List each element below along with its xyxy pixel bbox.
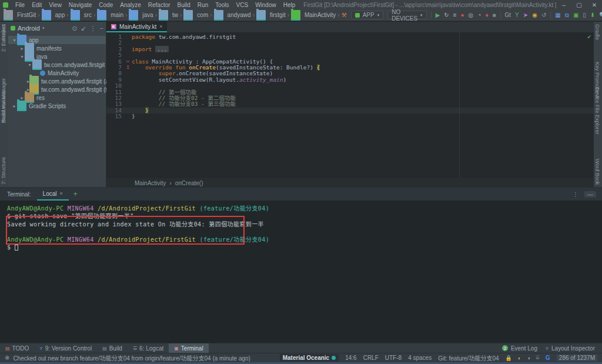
more-options-icon[interactable]: ⋮ (90, 25, 96, 32)
indent-widget[interactable]: 4 spaces (408, 355, 432, 361)
class-gutter-icon[interactable]: ‹› (124, 59, 132, 65)
breadcrumb-item-main[interactable]: main (97, 10, 123, 21)
lock-icon[interactable]: 🔒 (506, 355, 512, 361)
tree-item-mainactivity[interactable]: MainActivity (8, 69, 106, 77)
breadcrumb-item-java[interactable]: java (129, 10, 153, 21)
background-task-icon[interactable]: ❋ (5, 355, 9, 361)
menu-vcs[interactable]: VCS (233, 2, 252, 8)
tree-item-tw-com-andyawd-firstgit-androidtest-[interactable]: ▸tw.com.andyawd.firstgit (androidTest) (8, 77, 106, 85)
caret-position-widget[interactable]: 14:6 (345, 355, 356, 361)
menu-run[interactable]: Run (194, 2, 212, 8)
tool-button-6-logcat[interactable]: ☰6: Logcat (128, 343, 169, 353)
editor-breadcrumb-0[interactable]: MainActivity (135, 180, 166, 186)
vcs-update-icon[interactable]: Gt (505, 12, 511, 18)
plugin-status-icon-2[interactable]: ◑ (527, 355, 530, 361)
tool-button-word-book[interactable]: Word Book (594, 159, 600, 185)
menu-tools[interactable]: Tools (212, 2, 232, 8)
encoding-widget[interactable]: UTF-8 (385, 355, 402, 361)
device-manager-icon[interactable]: ⧉ (565, 12, 569, 18)
event-log-button[interactable]: 2 Event Log (502, 345, 537, 352)
menu-navigate[interactable]: Navigate (65, 2, 95, 8)
menu-refactor[interactable]: Refactor (145, 2, 174, 8)
maximize-button[interactable]: ▢ (571, 2, 587, 8)
expand-arrow-icon[interactable]: ▾ (12, 38, 17, 43)
line-separator-widget[interactable]: CRLF (363, 355, 379, 361)
menu-edit[interactable]: Edit (28, 2, 45, 8)
expand-arrow-icon[interactable]: ▸ (19, 95, 25, 101)
git-branch-widget[interactable]: Git: feature/功能分支04 (438, 353, 499, 362)
expand-arrow-icon[interactable]: ▸ (12, 103, 17, 109)
scroll-from-source-icon[interactable]: ↙ (81, 25, 86, 32)
sdk-manager-icon[interactable]: ⬇ (590, 12, 595, 18)
hide-panel-icon[interactable]: — (584, 191, 596, 198)
device-selector[interactable]: NO DEVICES ▾ (387, 11, 426, 19)
close-tab-icon[interactable]: × (59, 191, 62, 196)
override-gutter-icon[interactable]: ↥ (124, 65, 132, 71)
build-hammer-icon[interactable]: ⚒ (342, 12, 347, 18)
tool-button-device-file-explorer[interactable]: Device File Explorer (594, 87, 600, 135)
run-configuration-selector[interactable]: APP ▾ (351, 11, 384, 19)
breadcrumb-item-andyawd[interactable]: andyawd (214, 10, 251, 21)
menu-help[interactable]: Help (280, 2, 299, 8)
expand-arrow-icon[interactable]: ▾ (19, 54, 25, 59)
menu-build[interactable]: Build (174, 2, 194, 8)
menu-view[interactable]: View (45, 2, 65, 8)
close-tab-icon[interactable]: × (159, 24, 162, 29)
history-icon[interactable]: ↺ (541, 12, 546, 18)
tree-item-gradle-scripts[interactable]: ▸Gradle Scripts (8, 102, 106, 110)
new-terminal-tab-button[interactable]: + (69, 190, 82, 198)
project-view-selector[interactable]: Android (18, 25, 40, 32)
menu-window[interactable]: Window (252, 2, 280, 8)
terminal-output[interactable]: AndyAWD@Andy-PC MINGW64 /d/AndroidProjec… (0, 201, 602, 252)
expand-arrow-icon[interactable]: ▾ (27, 62, 32, 68)
breadcrumb-item-tw[interactable]: tw (159, 10, 178, 21)
tool-button-gradle[interactable]: Gradle (594, 24, 600, 40)
chrome-icon[interactable]: G (546, 355, 550, 361)
tree-item-tw-com-andyawd-firstgit[interactable]: ▾tw.com.andyawd.firstgit (8, 61, 106, 69)
inspection-ok-icon[interactable]: ✔ (587, 34, 591, 40)
adb-connection-icon[interactable]: ⌸ (536, 355, 539, 361)
layout-inspector-icon[interactable]: ▣ (573, 12, 578, 18)
menu-analyze[interactable]: Analyze (116, 2, 145, 8)
coverage-icon[interactable]: ◎ (469, 12, 474, 18)
grid-icon[interactable]: ▦ (555, 12, 560, 18)
tree-item-manifests[interactable]: ▸manifests (8, 44, 106, 52)
breadcrumb-item-com[interactable]: com (183, 10, 208, 21)
breadcrumb-item-src[interactable]: src (71, 10, 92, 21)
tool-button-todo[interactable]: ▤TODO (0, 343, 34, 353)
code-editor[interactable]: ✔ 1package tw.com.andyawd.firstgit23impo… (106, 32, 594, 178)
git-push-icon[interactable]: ➤ (523, 12, 528, 18)
menu-file[interactable]: File (12, 2, 28, 8)
layout-inspector-button[interactable]: ⌗ Layout Inspector (546, 345, 595, 352)
hide-panel-icon[interactable]: − (100, 25, 103, 32)
theme-widget[interactable]: Material Oceanic (280, 354, 339, 362)
tree-item-java[interactable]: ▾java (8, 52, 106, 61)
tool-button-9-version-control[interactable]: Y9: Version Control (34, 343, 97, 353)
attach-profiler-icon[interactable]: ♦ (485, 12, 488, 18)
breadcrumb-item-mainactivity[interactable]: MainActivity (291, 10, 336, 21)
menu-code[interactable]: Code (95, 2, 116, 8)
breadcrumb-item-app[interactable]: app (42, 10, 65, 21)
run-icon[interactable]: ▶ (436, 12, 440, 18)
breadcrumb-item-firstgit[interactable]: firstgit (256, 10, 286, 21)
avd-manager-icon[interactable]: ▯ (583, 12, 586, 18)
close-button[interactable]: ✕ (587, 2, 602, 8)
git-branch-icon[interactable]: Y (515, 12, 519, 18)
breadcrumb-item-firstgit[interactable]: FirstGit (4, 10, 36, 21)
editor-breadcrumb-1[interactable]: onCreate() (175, 180, 203, 186)
plugin-status-icon[interactable]: ◐ (518, 355, 521, 361)
memory-indicator[interactable]: 286 of 1237M (557, 355, 597, 361)
locate-file-icon[interactable]: ⊙ (72, 25, 77, 32)
tree-item-app[interactable]: ▾app (8, 36, 106, 44)
debug-icon[interactable]: ● (461, 12, 464, 18)
tab-mainactivity[interactable]: K MainActivity.kt × (106, 22, 167, 32)
rollback-icon[interactable]: ◉ (532, 12, 537, 18)
profiler-icon[interactable]: ◔ (477, 12, 481, 18)
tool-button-7-structure[interactable]: 7: Structure (1, 157, 6, 185)
status-message[interactable]: Checked out new branch feature/功能分支04 fr… (13, 353, 250, 362)
minimize-button[interactable]: – (556, 2, 571, 8)
expand-arrow-icon[interactable]: ▸ (19, 46, 25, 51)
tool-button-2-favorites[interactable]: 2: Favorites (1, 24, 6, 52)
more-options-icon[interactable]: ⋮ (573, 191, 578, 198)
apply-changes-icon[interactable]: ↻ (444, 12, 449, 18)
